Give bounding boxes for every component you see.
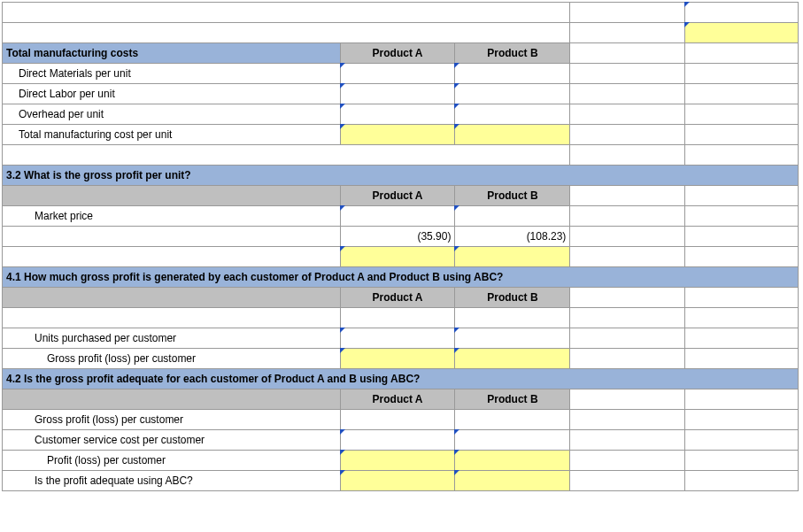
table-row: (35.90) (108.23) <box>3 227 799 247</box>
input-cell[interactable] <box>455 206 570 227</box>
input-cell[interactable] <box>340 64 455 84</box>
input-cell[interactable] <box>455 125 570 145</box>
row-label: Gross profit (loss) per customer <box>3 349 341 369</box>
input-cell[interactable] <box>685 23 799 43</box>
col-header-b: Product B <box>455 43 570 64</box>
section-title: 4.2 Is the gross profit adequate for eac… <box>3 369 799 389</box>
table-row: Direct Labor per unit <box>3 84 799 104</box>
input-cell[interactable] <box>340 430 455 451</box>
input-cell[interactable] <box>455 328 570 349</box>
table-row: Total manufacturing cost per unit <box>3 125 799 145</box>
col-header-a: Product A <box>340 186 455 206</box>
row-label: Gross profit (loss) per customer <box>3 410 341 430</box>
row-label: Direct Labor per unit <box>3 84 341 104</box>
section-header-row: 4.2 Is the gross profit adequate for eac… <box>3 369 799 389</box>
input-cell[interactable] <box>455 84 570 104</box>
section-title: 4.1 How much gross profit is generated b… <box>3 267 799 288</box>
row-label: Profit (loss) per customer <box>3 451 341 471</box>
row-label: Direct Materials per unit <box>3 64 341 84</box>
table-row: Customer service cost per customer <box>3 430 799 451</box>
table-row: Profit (loss) per customer <box>3 451 799 471</box>
empty-row <box>3 23 799 43</box>
spacer-row <box>3 308 799 328</box>
table-row: Overhead per unit <box>3 104 799 125</box>
column-header-row: Product A Product B <box>3 186 799 206</box>
row-label: Units purchased per customer <box>3 328 341 349</box>
worksheet-table: Total manufacturing costs Product A Prod… <box>2 2 799 491</box>
input-cell[interactable] <box>340 471 455 491</box>
input-cell[interactable] <box>685 3 799 23</box>
column-header-row: Product A Product B <box>3 288 799 308</box>
input-cell[interactable] <box>455 104 570 125</box>
input-cell[interactable] <box>340 451 455 471</box>
input-cell[interactable] <box>455 349 570 369</box>
input-cell[interactable] <box>455 64 570 84</box>
row-label: Market price <box>3 206 341 227</box>
section-header-row: 4.1 How much gross profit is generated b… <box>3 267 799 288</box>
row-label: Overhead per unit <box>3 104 341 125</box>
table-row: Units purchased per customer <box>3 328 799 349</box>
table-row: Market price <box>3 206 799 227</box>
table-row: Gross profit (loss) per customer <box>3 349 799 369</box>
section-header-row: 3.2 What is the gross profit per unit? <box>3 166 799 186</box>
col-header-a: Product A <box>340 288 455 308</box>
table-row <box>3 247 799 267</box>
col-header-b: Product B <box>455 389 570 410</box>
table-row: Direct Materials per unit <box>3 64 799 84</box>
col-header-a: Product A <box>340 389 455 410</box>
col-header-b: Product B <box>455 186 570 206</box>
spacer-row <box>3 145 799 166</box>
col-header-a: Product A <box>340 43 455 64</box>
input-cell[interactable] <box>455 451 570 471</box>
table-row: Gross profit (loss) per customer <box>3 410 799 430</box>
section-header-row: Total manufacturing costs Product A Prod… <box>3 43 799 64</box>
input-cell[interactable] <box>455 410 570 430</box>
row-label: Total manufacturing cost per unit <box>3 125 341 145</box>
input-cell[interactable] <box>340 410 455 430</box>
column-header-row: Product A Product B <box>3 389 799 410</box>
input-cell[interactable] <box>340 206 455 227</box>
input-cell[interactable] <box>340 104 455 125</box>
input-cell[interactable] <box>455 247 570 267</box>
row-label: Customer service cost per customer <box>3 430 341 451</box>
row-label: Is the profit adequate using ABC? <box>3 471 341 491</box>
input-cell[interactable] <box>455 471 570 491</box>
table-row: Is the profit adequate using ABC? <box>3 471 799 491</box>
col-header-b: Product B <box>455 288 570 308</box>
input-cell[interactable] <box>455 430 570 451</box>
value-cell: (35.90) <box>340 227 455 247</box>
section-title: Total manufacturing costs <box>3 43 341 64</box>
empty-row <box>3 3 799 23</box>
input-cell[interactable] <box>340 125 455 145</box>
section-title: 3.2 What is the gross profit per unit? <box>3 166 799 186</box>
input-cell[interactable] <box>340 349 455 369</box>
value-cell: (108.23) <box>455 227 570 247</box>
input-cell[interactable] <box>340 328 455 349</box>
input-cell[interactable] <box>340 247 455 267</box>
input-cell[interactable] <box>340 84 455 104</box>
